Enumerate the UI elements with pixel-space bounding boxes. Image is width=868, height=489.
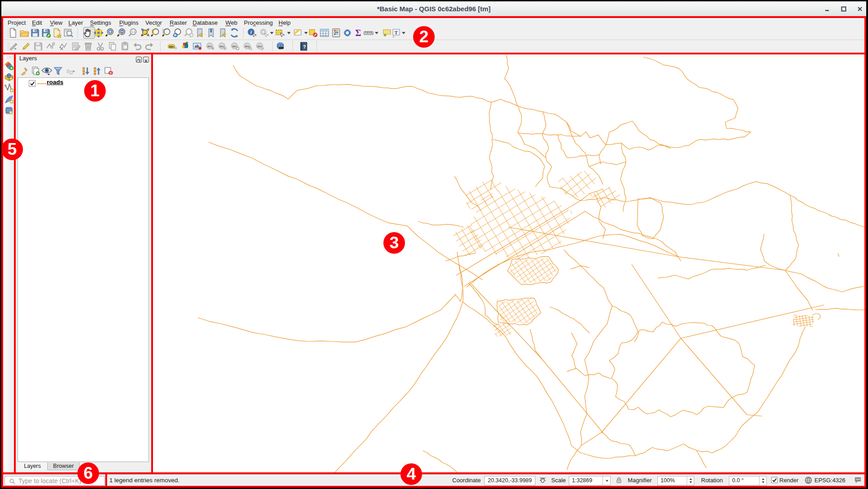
svg-text:ε: ε [67, 67, 69, 74]
svg-text:1:1: 1:1 [131, 30, 135, 33]
svg-text:ab: ab [195, 44, 199, 49]
svg-text:abc: abc [207, 45, 212, 48]
svg-text:abc: abc [220, 45, 225, 48]
svg-text:Σ: Σ [355, 28, 361, 38]
svg-text:abc: abc [169, 45, 174, 48]
svg-text:T: T [395, 30, 398, 35]
svg-text:?: ? [303, 44, 306, 49]
svg-text:abc: abc [257, 45, 262, 48]
